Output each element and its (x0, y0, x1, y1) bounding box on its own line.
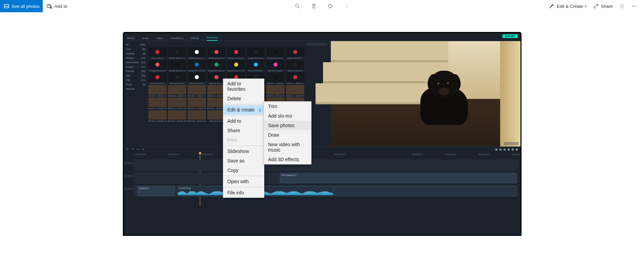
add-to-button[interactable]: Add to (43, 0, 71, 12)
element-cell[interactable]: Element...ddrawn 20 (168, 110, 186, 122)
ctx-add-to[interactable]: Add to (223, 116, 264, 126)
element-cell[interactable]: Element Emoji 5 (168, 72, 186, 84)
ctx-slideshow[interactable]: Slideshow (223, 146, 264, 156)
svg-rect-6 (621, 7, 623, 8)
clip-opener[interactable]: Opener 6 (137, 186, 175, 196)
tab-effects[interactable]: Effects (191, 33, 199, 41)
delete-icon[interactable] (311, 3, 317, 9)
sub-trim[interactable]: Trim (264, 102, 311, 111)
element-cell[interactable]: Element Emoji 1 (247, 60, 265, 72)
tab-elements[interactable]: Elements (207, 33, 218, 41)
sidebar-category[interactable]: Shapes(12) (126, 56, 146, 60)
ctx-copy[interactable]: Copy (223, 166, 264, 175)
ctx-file-info[interactable]: File info (223, 188, 264, 197)
sidebar-category[interactable]: Emoji(9) (126, 82, 146, 87)
ctx-delete[interactable]: Delete (223, 94, 264, 103)
element-cell[interactable]: Badge Element 4 (227, 47, 245, 59)
element-cell[interactable]: Badge Element 3 (207, 47, 226, 59)
ruler-tick: 00:00:00:12 (168, 153, 179, 158)
edit-create-button[interactable]: Edit & Create ▾ (549, 3, 587, 9)
search-input[interactable] (307, 42, 327, 46)
element-cell[interactable]: Badge Element 11 (207, 60, 226, 72)
control-icon[interactable] (508, 149, 510, 151)
sub-add-3d[interactable]: Add 3D effects (264, 155, 311, 164)
share-label: Share (601, 4, 613, 9)
element-cell[interactable]: Element...ddrawn 8 (266, 85, 285, 97)
sidebar-category[interactable]: Tamurite (126, 87, 146, 91)
element-cell[interactable]: Element...ddrawn 3 (168, 85, 186, 97)
sidebar-category[interactable]: Badges(12) (126, 65, 146, 69)
zoom-icon[interactable] (295, 3, 301, 9)
element-cell[interactable]: Element Emoji 3 (286, 60, 304, 72)
add-to-label: Add to (54, 4, 67, 9)
element-cell[interactable]: Element...ddrawn 9 (286, 85, 304, 97)
sidebar-category[interactable]: Journey(8) (126, 51, 146, 56)
control-icon[interactable] (504, 149, 506, 151)
sidebar-category[interactable]: Web(36) (126, 73, 146, 78)
cut-icon[interactable]: ✂ (137, 148, 139, 151)
element-cell[interactable]: Element...ddrawn 12 (168, 98, 186, 109)
sidebar-category[interactable]: Tutorial(64) (126, 69, 146, 73)
element-cell[interactable]: Element Emoji 4 (148, 72, 167, 84)
ctx-open-with[interactable]: Open with (223, 177, 264, 186)
control-icon[interactable] (499, 149, 501, 151)
edit-create-icon (549, 3, 555, 9)
element-cell[interactable]: Badge Element 6 (266, 47, 285, 59)
element-cell[interactable]: Badge Element 7 (286, 47, 304, 59)
element-cell[interactable]: More Effects (148, 47, 167, 59)
element-cell[interactable]: Element...nddrawn (266, 72, 285, 84)
element-cell[interactable]: Element...ddrawn 21 (188, 110, 206, 122)
sub-draw[interactable]: Draw (264, 130, 311, 140)
redo-icon[interactable]: ↷ (132, 148, 134, 151)
element-cell[interactable]: Element Emoji 6 (188, 72, 206, 84)
sub-add-slomo[interactable]: Add slo-mo (264, 111, 311, 121)
close-icon[interactable]: ✕ (142, 148, 144, 151)
ctx-add-to-favorites[interactable]: Add to favorites (223, 79, 264, 94)
favorite-heart-icon[interactable] (327, 3, 333, 9)
element-cell[interactable]: Element...ddrawn 13 (188, 98, 206, 109)
element-cell[interactable]: Badge Element 9 (168, 60, 186, 72)
element-cell[interactable]: Badge Element 5 (247, 47, 265, 59)
sidebar-category[interactable]: Pets(11) (126, 78, 146, 82)
control-icon[interactable] (516, 149, 518, 151)
separator (223, 176, 264, 176)
control-icon[interactable] (512, 149, 514, 151)
chevron-down-icon: ▾ (585, 4, 587, 8)
timeline: 00:00:00:0000:00:00:1200:00:01:0000:00:0… (124, 152, 520, 206)
clip-pet-element[interactable]: Pet Element 2 (280, 173, 516, 183)
element-cell[interactable]: Element Emoji 2 (266, 60, 285, 72)
control-icon[interactable] (495, 149, 497, 151)
clip-remainder[interactable] (334, 186, 516, 196)
tab-audio[interactable]: Audio (142, 33, 149, 41)
sidebar-category[interactable]: All(196) (126, 42, 146, 47)
sub-new-video-music[interactable]: New video with music (264, 140, 311, 155)
ruler-tick: 00:00:03:00 (334, 153, 345, 158)
element-cell[interactable]: Badge Element 10 (188, 60, 206, 72)
element-cell[interactable]: Badge Element 2 (188, 47, 206, 59)
export-button[interactable]: EXPORT (503, 34, 518, 38)
tab-media[interactable]: Media (127, 33, 135, 41)
sidebar-category[interactable]: Love(6) (126, 47, 146, 51)
ctx-edit-create[interactable]: Edit & create ❯ (223, 105, 264, 115)
tab-transitions[interactable]: Transitions (170, 33, 184, 41)
element-cell[interactable]: Badge Element 1 (168, 47, 186, 59)
share-button[interactable]: Share (593, 3, 613, 9)
sidebar-category[interactable]: Hand Drawn(21) (126, 60, 146, 65)
more-icon[interactable] (631, 3, 637, 9)
element-cell[interactable]: Element...ddrawn 4 (188, 85, 206, 97)
element-cell[interactable]: Badge Element 8 (148, 60, 167, 72)
separator (223, 115, 264, 116)
ctx-save-as[interactable]: Save as (223, 156, 264, 166)
element-cell[interactable]: Element...ddrawn 2 (148, 85, 167, 97)
see-all-photos-button[interactable]: See all photos (0, 0, 43, 12)
ctx-share[interactable]: Share (223, 126, 264, 135)
element-cell[interactable]: Element...ddrawn 19 (148, 110, 167, 122)
element-cell[interactable]: Element...ddrawn 13 (148, 98, 167, 109)
undo-icon[interactable]: ↶ (127, 148, 129, 151)
sub-save-photos[interactable]: Save photos (264, 121, 311, 130)
add-to-icon (46, 3, 52, 9)
svg-rect-5 (621, 4, 623, 5)
element-cell[interactable]: Element...ddrawn 1 (286, 72, 304, 84)
tab-titles[interactable]: Titles (156, 33, 163, 41)
element-cell[interactable]: Badge Element 12 (227, 60, 245, 72)
